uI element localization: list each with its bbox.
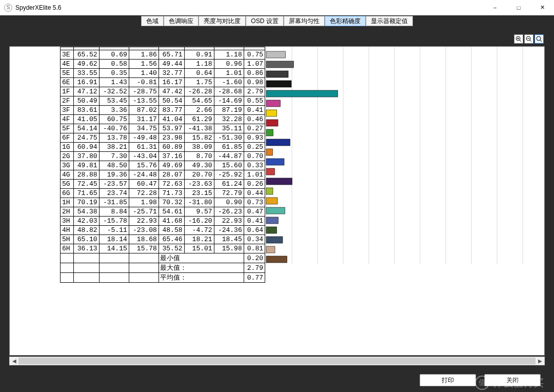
row-val: -40.76 <box>99 124 129 133</box>
row-val: 70.32 <box>159 198 184 207</box>
bar <box>266 198 278 204</box>
titlebar: S SpyderXElite 5.6 − □ ✕ <box>0 0 554 15</box>
row-val: 34.75 <box>129 124 159 133</box>
row-val: -43.04 <box>129 152 159 161</box>
summary-row: 平均值：0.77 <box>61 273 265 283</box>
row-val: 0.90 <box>214 198 244 207</box>
row-val: 15.60 <box>214 161 244 170</box>
bar <box>266 178 292 185</box>
row-val: 0.81 <box>244 244 265 253</box>
zoom-fit-button[interactable] <box>535 34 544 44</box>
tab-2[interactable]: 亮度与对比度 <box>199 16 246 26</box>
summary-val: 0.20 <box>244 253 265 263</box>
row-val: 20.70 <box>184 170 214 180</box>
row-val: 35.11 <box>214 124 244 133</box>
row-val: 41.05 <box>74 115 100 124</box>
row-val: 16.91 <box>74 78 100 87</box>
table-row: 4G28.8819.36-24.4828.0720.70-25.921.01 <box>61 170 265 180</box>
svg-line-5 <box>530 40 531 42</box>
row-val: 1.56 <box>129 60 159 69</box>
row-val: 54.14 <box>74 124 100 133</box>
print-button[interactable]: 打印 <box>420 374 476 386</box>
row-label: 6E <box>61 78 74 87</box>
row-val: 41.04 <box>159 115 184 124</box>
svg-line-8 <box>540 40 542 42</box>
row-val: 3.36 <box>99 106 129 115</box>
row-label: 4F <box>61 115 74 124</box>
row-val: 0.91 <box>184 50 214 60</box>
row-val: 37.16 <box>159 152 184 161</box>
row-val: 70.19 <box>74 198 100 207</box>
row-val: -24.36 <box>214 226 244 235</box>
row-val: 33.55 <box>74 69 100 78</box>
row-val: 87.02 <box>129 106 159 115</box>
close-button[interactable]: 关闭 <box>484 374 541 386</box>
row-val: 1.75 <box>184 78 214 87</box>
minimize-button[interactable]: − <box>483 0 507 15</box>
row-val: -15.78 <box>99 217 129 226</box>
summary-label: 平均值： <box>159 273 244 283</box>
maximize-button[interactable]: □ <box>507 0 530 15</box>
zoom-out-button[interactable] <box>524 34 533 44</box>
row-val: 19.36 <box>99 170 129 180</box>
row-val: 49.81 <box>74 161 100 170</box>
scroll-left-arrow[interactable]: ◀ <box>10 357 18 365</box>
tab-5[interactable]: 色彩精确度 <box>325 16 366 26</box>
table-row: 1F47.12-32.52-28.7547.42-26.28-28.682.79 <box>61 87 265 96</box>
row-val: 15.82 <box>184 133 214 143</box>
row-val: -16.20 <box>184 217 214 226</box>
row-val: 36.13 <box>74 244 100 253</box>
row-val: 60.47 <box>129 180 159 189</box>
row-val: 0.64 <box>184 69 214 78</box>
row-val: 28.88 <box>74 170 100 180</box>
row-label: 5G <box>61 180 74 189</box>
row-val: -28.75 <box>129 87 159 96</box>
row-label: 2G <box>61 152 74 161</box>
tab-4[interactable]: 屏幕均匀性 <box>284 16 325 26</box>
row-val: 61.29 <box>184 115 214 124</box>
bar <box>266 207 285 214</box>
row-label: 1G <box>61 143 74 152</box>
row-val: 18.68 <box>129 235 159 244</box>
bar <box>266 51 286 58</box>
tab-1[interactable]: 色调响应 <box>164 16 199 26</box>
row-val: 23.74 <box>99 189 129 198</box>
bar <box>266 246 275 253</box>
scroll-thumb[interactable] <box>18 358 536 364</box>
table-row: 1G60.9438.2161.3160.8938.0961.850.25 <box>61 143 265 152</box>
row-val: 72.45 <box>74 180 100 189</box>
row-val: 42.03 <box>74 217 100 226</box>
svg-point-7 <box>537 36 541 41</box>
row-label: 6F <box>61 133 74 143</box>
horizontal-scrollbar[interactable]: ◀ ▶ <box>9 357 545 365</box>
row-val: -1.60 <box>214 78 244 87</box>
row-val: 28.07 <box>159 170 184 180</box>
tab-0[interactable]: 色域 <box>141 16 164 26</box>
table-row: 4H48.82-5.11-23.0848.58-4.72-24.360.64 <box>61 226 265 235</box>
row-val: -49.48 <box>129 133 159 143</box>
row-val: -5.11 <box>99 226 129 235</box>
row-val: 61.85 <box>214 143 244 152</box>
table-row: 2H54.388.84-25.7154.619.57-26.230.47 <box>61 207 265 217</box>
row-val: -32.52 <box>99 87 129 96</box>
row-val: 48.82 <box>74 226 100 235</box>
bar <box>266 120 278 126</box>
row-val: -28.68 <box>214 87 244 96</box>
tab-3[interactable]: OSD 设置 <box>246 16 283 26</box>
row-val: 1.18 <box>184 60 214 69</box>
row-val: 0.33 <box>244 161 265 170</box>
row-label: 4H <box>61 226 74 235</box>
row-val: 49.62 <box>74 60 100 69</box>
row-val: 0.34 <box>244 235 265 244</box>
close-window-button[interactable]: ✕ <box>530 0 554 15</box>
scroll-right-arrow[interactable]: ▶ <box>536 357 544 365</box>
row-val: 1.07 <box>244 60 265 69</box>
row-val: 14.15 <box>99 244 129 253</box>
table-row: 2F50.4953.45-13.5550.5454.65-14.690.55 <box>61 96 265 106</box>
zoom-in-button[interactable] <box>514 34 523 44</box>
bar <box>266 227 277 233</box>
row-val: 0.58 <box>99 60 129 69</box>
tab-6[interactable]: 显示器额定值 <box>366 16 413 26</box>
table-row: 6F24.7513.78-49.4823.9815.82-51.300.93 <box>61 133 265 143</box>
report-scroll[interactable]: 3E65.520.691.8665.710.911.180.754E49.620… <box>9 46 545 356</box>
